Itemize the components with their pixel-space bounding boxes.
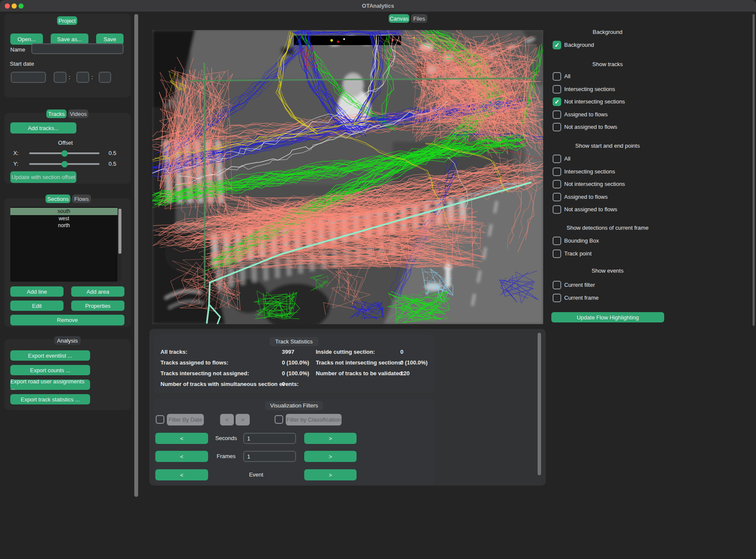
checkbox-label: Not intersecting sections (564, 181, 625, 187)
checkbox-assigned-to-flows[interactable] (553, 193, 561, 201)
stat-label: Number of tracks to be validated: (316, 370, 404, 377)
sections-list[interactable]: southwestnorth (10, 207, 118, 282)
filter-by-classification-button[interactable]: Filter by Classification (286, 414, 342, 425)
seconds-prev-button[interactable]: < (155, 433, 208, 444)
add-area-button[interactable]: Add area (71, 286, 124, 297)
right-scrollbar-thumb[interactable] (753, 14, 755, 326)
add-line-button[interactable]: Add line (10, 286, 64, 297)
stat-label: Tracks not intersecting sections: (316, 359, 403, 366)
start-minute-input[interactable] (76, 72, 89, 83)
offset-y-value: 0.5 (109, 161, 116, 167)
tab-sections[interactable]: Sections (45, 194, 70, 203)
stat-label: All tracks: (160, 349, 187, 355)
frames-prev-button[interactable]: < (155, 451, 208, 462)
checkbox-label: Not assigned to flows (564, 124, 617, 130)
checkbox-all[interactable] (553, 155, 561, 163)
filter-by-classification-checkbox[interactable] (275, 415, 283, 424)
seconds-label: Seconds (209, 435, 243, 441)
checkbox-intersecting-sections[interactable] (553, 85, 561, 94)
checkbox-label: Current frame (564, 295, 599, 301)
date-next-button[interactable]: > (236, 414, 250, 425)
checkbox-assigned-to-flows[interactable] (553, 110, 561, 119)
analysis-panel-label: Analysis (54, 336, 81, 345)
checkbox-not-assigned-to-flows[interactable] (553, 123, 561, 131)
checkbox-not-assigned-to-flows[interactable] (553, 205, 561, 214)
seconds-next-button[interactable]: > (304, 433, 357, 444)
offset-y-slider-thumb[interactable] (61, 161, 68, 167)
group-header-0: Background (550, 29, 665, 35)
start-date-label: Start date (10, 61, 34, 67)
window-title: OTAnalytics (0, 3, 756, 9)
project-name-input[interactable] (31, 43, 124, 54)
titlebar: OTAnalytics (0, 0, 756, 12)
group-header-1: Show tracks (550, 61, 665, 67)
frames-next-button[interactable]: > (304, 451, 357, 462)
visualization-filters-title: Visualization Filters (265, 401, 323, 410)
checkbox-label: Current filter (564, 282, 595, 288)
checkbox-label: Intersecting sections (564, 168, 615, 175)
start-hour-input[interactable] (54, 72, 67, 83)
checkbox-current-frame[interactable] (553, 294, 561, 302)
add-tracks-button[interactable]: Add tracks... (10, 122, 76, 134)
checkbox-label: Background (564, 42, 594, 48)
time-separator: : (69, 74, 70, 80)
offset-label: Offset (0, 140, 131, 146)
checkbox-all[interactable] (553, 72, 561, 81)
seconds-input[interactable] (243, 433, 296, 444)
checkbox-background[interactable]: ✓ (553, 41, 561, 49)
start-date-input[interactable] (11, 72, 46, 83)
filter-by-date-checkbox[interactable] (156, 415, 164, 424)
otanalytics-window: { "window": { "title": "OTAnalytics" }, … (0, 0, 756, 559)
tab-tracks[interactable]: Tracks (46, 109, 67, 118)
canvas-image[interactable] (152, 30, 543, 324)
checkbox-not-intersecting-sections[interactable] (553, 180, 561, 188)
tab-videos[interactable]: Videos (68, 109, 88, 118)
export-button-0[interactable]: Export eventlist ... (10, 350, 90, 361)
tab-flows[interactable]: Flows (72, 194, 91, 203)
date-prev-button[interactable]: < (220, 414, 234, 425)
left-scrollbar-thumb[interactable] (134, 14, 138, 497)
offset-x-slider-thumb[interactable] (61, 150, 68, 157)
offset-x-slider[interactable] (29, 152, 100, 154)
bottom-scrollbar-thumb[interactable] (538, 333, 541, 475)
properties-button[interactable]: Properties (71, 301, 124, 311)
checkbox-current-filter[interactable] (553, 281, 561, 289)
stat-value: 0 (100.0%) (400, 359, 428, 366)
checkbox-not-intersecting-sections[interactable]: ✓ (553, 97, 561, 106)
project-panel-label: Project (57, 16, 77, 25)
offset-y-slider[interactable] (29, 163, 100, 165)
sections-list-scrollbar-thumb[interactable] (118, 209, 121, 254)
tab-files[interactable]: Files (411, 14, 427, 23)
section-list-item-north[interactable]: north (10, 222, 118, 229)
event-prev-button[interactable]: < (155, 469, 208, 480)
checkbox-label: Not intersecting sections (564, 98, 625, 105)
checkbox-label: Track point (564, 250, 592, 257)
checkbox-intersecting-sections[interactable] (553, 167, 561, 176)
filter-by-date-button[interactable]: Filter By Date (167, 414, 204, 425)
frames-input[interactable] (243, 451, 296, 462)
update-section-offset-button[interactable]: Update with section offset (10, 171, 76, 183)
checkbox-bounding-box[interactable] (553, 237, 561, 245)
stat-value: 0 (400, 349, 403, 355)
stat-value: 3997 (282, 349, 294, 355)
remove-button[interactable]: Remove (10, 315, 124, 325)
track-statistics-title: Track Statistics (269, 337, 318, 346)
section-list-item-west[interactable]: west (10, 215, 118, 222)
stat-label: Tracks intersecting not assigned: (160, 370, 249, 377)
event-next-button[interactable]: > (304, 469, 357, 480)
tab-canvas[interactable]: Canvas (389, 14, 409, 23)
checkbox-track-point[interactable] (553, 249, 561, 258)
stat-label: Tracks assigned to flows: (160, 359, 228, 366)
stat-label: Number of tracks with simultaneous secti… (160, 381, 299, 387)
export-button-3[interactable]: Export track statistics ... (10, 394, 90, 404)
export-button-1[interactable]: Export counts ... (10, 365, 90, 375)
stat-value: 0 (100.0%) (282, 359, 309, 366)
update-flow-highlighting-button[interactable]: Update Flow Highlighting (551, 312, 664, 322)
edit-button[interactable]: Edit (10, 301, 64, 311)
export-button-2[interactable]: Export road user assignments ... (10, 380, 90, 390)
offset-x-label: X: (13, 150, 18, 156)
group-header-4: Show events (550, 267, 665, 274)
start-second-input[interactable] (99, 72, 111, 83)
section-list-item-south[interactable]: south (10, 208, 118, 215)
group-header-2: Show start and end points (550, 143, 665, 149)
